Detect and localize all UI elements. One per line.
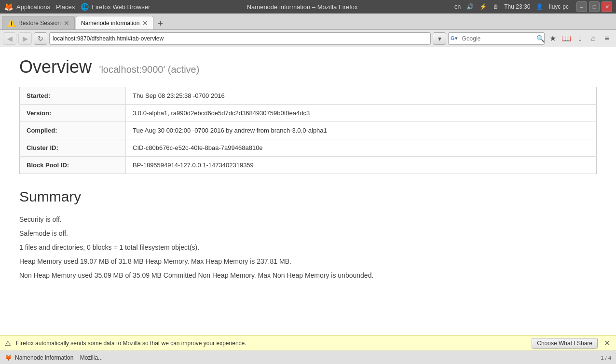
table-row: Compiled:Tue Aug 30 00:02:00 -0700 2016 …: [20, 122, 597, 139]
search-engine-button[interactable]: G▾: [449, 33, 460, 44]
browser-content: Overview 'localhost:9000' (active) Start…: [0, 47, 616, 335]
window-title: Namenode information – Mozilla Firefox: [154, 3, 451, 11]
forward-button[interactable]: ▶: [18, 32, 32, 45]
status-bar-left: 🦊 Namenode information – Mozilla...: [5, 354, 103, 361]
tab-warning-icon: ⚠️: [7, 19, 15, 27]
search-input[interactable]: [460, 35, 536, 42]
table-cell-label: Block Pool ID:: [20, 157, 126, 174]
summary-line: Security is off.: [19, 215, 597, 225]
summary-line: Heap Memory used 19.07 MB of 31.8 MB Hea…: [19, 256, 597, 267]
download-button[interactable]: ↓: [574, 32, 586, 45]
tab-namenode-close[interactable]: ✕: [142, 20, 148, 27]
table-row: Cluster ID:CID-c80b676c-e52c-40fe-8baa-7…: [20, 139, 597, 157]
summary-text: Security is off.Safemode is off.1 files …: [19, 215, 597, 281]
table-cell-value: Thu Sep 08 23:25:38 -0700 2016: [126, 87, 597, 105]
info-table: Started:Thu Sep 08 23:25:38 -0700 2016Ve…: [19, 87, 597, 174]
summary-line: 1 files and directories, 0 blocks = 1 to…: [19, 243, 597, 253]
search-bar: G▾ 🔍: [448, 32, 545, 45]
clock: Thu 23:30: [504, 3, 530, 10]
title-bar: 🦊 Applications Places 🌐 Firefox Web Brow…: [0, 0, 616, 13]
tab-restore-close[interactable]: ✕: [64, 20, 69, 27]
menu-button[interactable]: ≡: [601, 32, 613, 45]
overview-subtitle: 'localhost:9000' (active): [96, 64, 199, 75]
table-cell-value: BP-1895594914-127.0.0.1-1473402319359: [126, 157, 597, 174]
minimize-button[interactable]: –: [576, 1, 587, 12]
table-row: Version:3.0.0-alpha1, ra990d2ebcd6de5d7d…: [20, 105, 597, 122]
page-count: 1 / 4: [601, 355, 611, 361]
window-controls: – □ ✕: [576, 1, 612, 12]
lang-indicator: en: [454, 3, 461, 10]
notification-text: Firefox automatically sends some data to…: [16, 340, 527, 347]
tab-namenode-label: Namenode information: [81, 20, 139, 27]
tab-restore[interactable]: ⚠️ Restore Session ✕: [2, 16, 75, 29]
table-cell-value: CID-c80b676c-e52c-40fe-8baa-7a99468a810e: [126, 139, 597, 157]
search-go-button[interactable]: 🔍: [536, 33, 545, 44]
notification-bar: ⚠ Firefox automatically sends some data …: [0, 335, 616, 351]
url-dropdown-button[interactable]: ▾: [433, 32, 446, 45]
tab-namenode[interactable]: Namenode information ✕: [76, 16, 153, 29]
status-bar: 🦊 Namenode information – Mozilla... 1 / …: [0, 351, 616, 364]
taskbar-label: Namenode information – Mozilla...: [15, 354, 103, 361]
nav-bar: ◀ ▶ ↻ ▾ G▾ 🔍 ★ 📖 ↓ ⌂ ≡: [0, 30, 616, 47]
overview-heading: Overview 'localhost:9000' (active): [19, 57, 597, 77]
table-cell-value: 3.0.0-alpha1, ra990d2ebcd6de5d7dc2d36849…: [126, 105, 597, 122]
url-bar[interactable]: [49, 32, 431, 45]
bluetooth-icon: ⚡: [479, 3, 487, 10]
google-icon: G: [451, 35, 455, 41]
table-row: Block Pool ID:BP-1895594914-127.0.0.1-14…: [20, 157, 597, 174]
table-cell-label: Version:: [20, 105, 126, 122]
table-cell-label: Cluster ID:: [20, 139, 126, 157]
browser-title: Firefox Web Browser: [92, 3, 150, 11]
taskbar-firefox-icon: 🦊: [5, 354, 12, 361]
maximize-button[interactable]: □: [589, 1, 600, 12]
summary-heading: Summary: [19, 189, 597, 205]
places-menu[interactable]: Places: [56, 3, 75, 11]
reader-button[interactable]: 📖: [560, 32, 573, 45]
new-tab-button[interactable]: +: [154, 18, 166, 29]
nav-icon-buttons: ★ 📖 ↓ ⌂ ≡: [547, 32, 613, 45]
notification-close-button[interactable]: ✕: [602, 339, 611, 348]
table-cell-label: Compiled:: [20, 122, 126, 139]
title-bar-left: 🦊 Applications Places 🌐 Firefox Web Brow…: [4, 2, 150, 12]
table-row: Started:Thu Sep 08 23:25:38 -0700 2016: [20, 87, 597, 105]
home-button[interactable]: ⌂: [587, 32, 600, 45]
back-button[interactable]: ◀: [3, 32, 16, 45]
summary-line: Non Heap Memory used 35.09 MB of 35.09 M…: [19, 270, 597, 281]
notification-icon: ⚠: [5, 339, 11, 347]
tab-bar: ⚠️ Restore Session ✕ Namenode informatio…: [0, 13, 616, 30]
browser-title-icon: 🌐: [81, 3, 89, 11]
close-button[interactable]: ✕: [602, 1, 612, 12]
audio-icon: 🔊: [466, 3, 474, 10]
monitor-icon: 🖥: [493, 3, 498, 10]
applications-menu[interactable]: Applications: [16, 3, 50, 11]
user-icon: 👤: [536, 3, 543, 10]
username: liuyc-pc: [549, 3, 569, 10]
title-bar-right: en 🔊 ⚡ 🖥 Thu 23:30 👤 liuyc-pc: [454, 3, 569, 10]
table-cell-label: Started:: [20, 87, 126, 105]
reload-button[interactable]: ↻: [34, 32, 47, 45]
firefox-app-icon: 🦊: [4, 2, 14, 12]
choose-what-share-button[interactable]: Choose What I Share: [532, 338, 598, 349]
bookmark-button[interactable]: ★: [547, 32, 559, 45]
table-cell-value: Tue Aug 30 00:02:00 -0700 2016 by andrew…: [126, 122, 597, 139]
tab-restore-label: Restore Session: [18, 20, 61, 27]
summary-line: Safemode is off.: [19, 229, 597, 239]
